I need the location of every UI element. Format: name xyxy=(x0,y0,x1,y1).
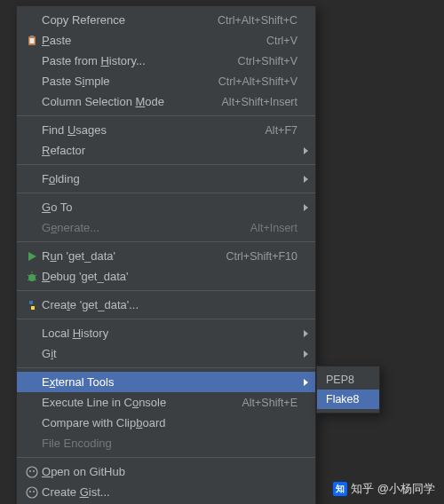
shortcut: Ctrl+Alt+Shift+V xyxy=(218,75,297,88)
shortcut: Alt+Shift+Insert xyxy=(222,96,297,108)
separator xyxy=(17,164,315,165)
menu-external-tools[interactable]: External Tools xyxy=(17,372,315,392)
submenu-arrow-icon xyxy=(304,147,308,154)
separator xyxy=(17,457,315,458)
run-icon xyxy=(22,250,42,263)
zhihu-icon: 知 xyxy=(333,482,347,496)
github-icon xyxy=(22,486,42,499)
menu-label: File Encoding xyxy=(42,437,297,450)
menu-file-encoding[interactable]: File Encoding xyxy=(17,433,315,453)
menu-label: Open on GitHub xyxy=(42,465,297,478)
submenu-arrow-icon xyxy=(304,350,308,358)
svg-point-10 xyxy=(27,467,37,477)
menu-label: Create 'get_data'... xyxy=(42,298,297,311)
menu-git[interactable]: Git xyxy=(17,343,315,364)
menu-generate[interactable]: Generate... Alt+Insert xyxy=(17,217,315,238)
svg-point-4 xyxy=(28,274,36,281)
menu-find-usages[interactable]: Find Usages Alt+F7 xyxy=(17,120,315,140)
svg-line-8 xyxy=(28,280,29,280)
shortcut: Ctrl+Shift+F10 xyxy=(226,250,297,263)
submenu-pep8[interactable]: PEP8 xyxy=(317,370,379,390)
shortcut: Ctrl+Alt+Shift+C xyxy=(218,14,297,27)
menu-create-run-config[interactable]: Create 'get_data'... xyxy=(17,295,315,315)
submenu-arrow-icon xyxy=(304,379,308,386)
shortcut: Ctrl+V xyxy=(266,35,297,47)
debug-icon xyxy=(22,271,42,283)
menu-execute-console[interactable]: Execute Line in Console Alt+Shift+E xyxy=(17,392,315,413)
menu-label: Compare with Clipboard xyxy=(42,416,297,429)
menu-label: Create Gist... xyxy=(42,485,297,499)
svg-line-6 xyxy=(28,275,29,276)
submenu-arrow-icon xyxy=(304,330,308,337)
separator xyxy=(17,193,315,193)
external-tools-submenu: PEP8 Flake8 xyxy=(316,366,380,413)
svg-rect-2 xyxy=(30,38,35,43)
shortcut: Alt+F7 xyxy=(266,124,297,137)
menu-label: Local History xyxy=(42,327,297,340)
svg-rect-1 xyxy=(30,35,34,37)
watermark: 知 知乎 @小杨同学 xyxy=(333,481,435,497)
svg-marker-3 xyxy=(28,252,36,261)
menu-column-mode[interactable]: Column Selection Mode Alt+Shift+Insert xyxy=(17,91,315,112)
shortcut: Alt+Insert xyxy=(250,222,297,234)
menu-local-history[interactable]: Local History xyxy=(17,323,315,343)
paste-icon xyxy=(22,35,42,47)
menu-refactor[interactable]: Refactor xyxy=(17,140,315,161)
menu-label: Debug 'get_data' xyxy=(42,270,297,283)
menu-paste-simple[interactable]: Paste Simple Ctrl+Alt+Shift+V xyxy=(17,71,315,91)
separator xyxy=(17,241,315,242)
menu-label: Git xyxy=(42,347,297,360)
menu-create-gist[interactable]: Create Gist... xyxy=(17,482,315,502)
separator xyxy=(17,319,315,319)
menu-label: Column Selection Mode xyxy=(42,95,211,108)
svg-point-11 xyxy=(29,470,31,472)
menu-label: Run 'get_data' xyxy=(42,249,215,263)
svg-line-9 xyxy=(35,280,36,280)
svg-point-12 xyxy=(33,470,35,472)
menu-label: Generate... xyxy=(42,221,240,234)
menu-label: External Tools xyxy=(42,375,297,389)
menu-label: Paste from History... xyxy=(42,54,227,67)
submenu-arrow-icon xyxy=(304,176,308,183)
menu-label: Execute Line in Console xyxy=(42,396,231,409)
menu-compare-clipboard[interactable]: Compare with Clipboard xyxy=(17,413,315,433)
svg-point-15 xyxy=(33,491,35,492)
menu-label: Paste xyxy=(42,34,256,47)
menu-run[interactable]: Run 'get_data' Ctrl+Shift+F10 xyxy=(17,246,315,266)
shortcut: Alt+Shift+E xyxy=(242,397,297,409)
submenu-label: PEP8 xyxy=(326,374,354,386)
menu-label: Refactor xyxy=(42,144,297,157)
menu-folding[interactable]: Folding xyxy=(17,169,315,189)
watermark-text: 知乎 @小杨同学 xyxy=(351,481,435,497)
submenu-arrow-icon xyxy=(304,204,308,211)
separator xyxy=(17,290,315,291)
submenu-label: Flake8 xyxy=(326,393,360,406)
github-icon xyxy=(22,466,42,478)
svg-point-13 xyxy=(27,487,37,498)
menu-goto[interactable]: Go To xyxy=(17,197,315,217)
menu-label: Copy Reference xyxy=(42,13,207,27)
menu-label: Go To xyxy=(42,201,297,214)
menu-label: Folding xyxy=(42,172,297,185)
menu-debug[interactable]: Debug 'get_data' xyxy=(17,266,315,287)
submenu-flake8[interactable]: Flake8 xyxy=(317,390,379,409)
menu-paste[interactable]: Paste Ctrl+V xyxy=(17,30,315,51)
menu-label: Find Usages xyxy=(42,123,255,137)
menu-paste-history[interactable]: Paste from History... Ctrl+Shift+V xyxy=(17,51,315,71)
context-menu: Copy Reference Ctrl+Alt+Shift+C Paste Ct… xyxy=(16,5,316,504)
shortcut: Ctrl+Shift+V xyxy=(238,55,297,67)
python-icon xyxy=(22,299,42,311)
svg-point-14 xyxy=(29,491,31,492)
menu-open-github[interactable]: Open on GitHub xyxy=(17,461,315,482)
separator xyxy=(17,115,315,116)
menu-label: Paste Simple xyxy=(42,75,208,88)
separator xyxy=(17,367,315,368)
svg-line-7 xyxy=(35,275,36,276)
menu-copy-reference[interactable]: Copy Reference Ctrl+Alt+Shift+C xyxy=(17,10,315,30)
